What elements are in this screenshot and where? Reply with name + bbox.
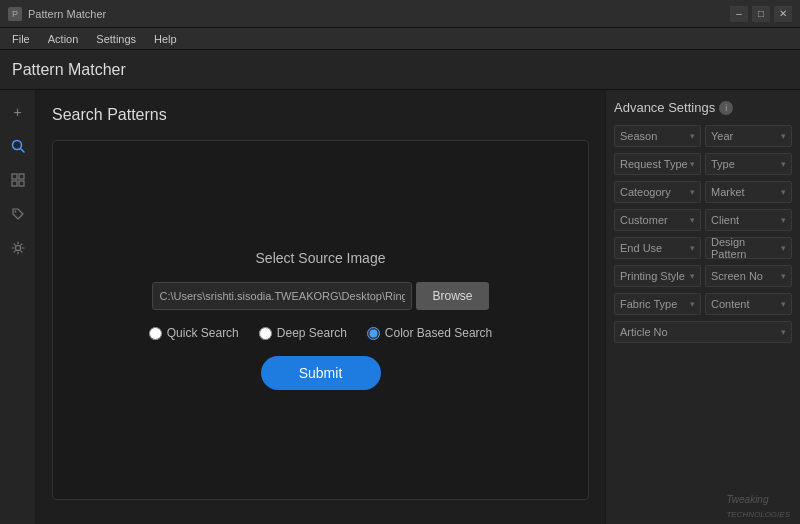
close-button[interactable]: ✕ [774,6,792,22]
quick-search-label: Quick Search [167,326,239,340]
app-title: Pattern Matcher [12,61,126,79]
sidebar-tag-icon[interactable] [4,200,32,228]
menu-action[interactable]: Action [40,31,87,47]
screen-no-chevron: ▾ [781,271,786,281]
sidebar-gear-icon[interactable] [4,234,32,262]
svg-point-6 [14,211,16,213]
sidebar-grid-icon[interactable] [4,166,32,194]
settings-row-fabric-content: Fabric Type ▾ Content ▾ [614,293,792,315]
settings-row-articleno: Article No ▾ [614,321,792,343]
footer-brand: TweakingTECHNOLOGIES [726,494,790,519]
settings-row-requesttype-type: Request Type ▾ Type ▾ [614,153,792,175]
svg-point-7 [15,246,20,251]
sidebar: + [0,90,36,524]
request-type-chevron: ▾ [690,159,695,169]
quick-search-option[interactable]: Quick Search [149,326,239,340]
quick-search-radio[interactable] [149,327,162,340]
client-chevron: ▾ [781,215,786,225]
customer-dropdown[interactable]: Customer ▾ [614,209,701,231]
color-search-label: Color Based Search [385,326,492,340]
svg-line-1 [20,149,24,153]
minimize-button[interactable]: – [730,6,748,22]
article-no-dropdown[interactable]: Article No ▾ [614,321,792,343]
design-pattern-dropdown[interactable]: Design Pattern ▾ [705,237,792,259]
svg-rect-5 [19,181,24,186]
article-no-chevron: ▾ [781,327,786,337]
sidebar-plus-icon[interactable]: + [4,98,32,126]
year-dropdown[interactable]: Year ▾ [705,125,792,147]
market-dropdown[interactable]: Market ▾ [705,181,792,203]
browse-button[interactable]: Browse [416,282,488,310]
advance-settings-title: Advance Settings [614,100,715,115]
market-chevron: ▾ [781,187,786,197]
enduse-dropdown[interactable]: End Use ▾ [614,237,701,259]
deep-search-option[interactable]: Deep Search [259,326,347,340]
type-dropdown[interactable]: Type ▾ [705,153,792,175]
screen-no-dropdown[interactable]: Screen No ▾ [705,265,792,287]
settings-row-printing-screenno: Printing Style ▾ Screen No ▾ [614,265,792,287]
app-header: Pattern Matcher [0,50,800,90]
submit-button[interactable]: Submit [261,356,381,390]
menu-bar: File Action Settings Help [0,28,800,50]
category-chevron: ▾ [690,187,695,197]
customer-chevron: ▾ [690,215,695,225]
color-search-option[interactable]: Color Based Search [367,326,492,340]
season-dropdown[interactable]: Season ▾ [614,125,701,147]
info-icon[interactable]: i [719,101,733,115]
deep-search-radio[interactable] [259,327,272,340]
category-dropdown[interactable]: Cateogory ▾ [614,181,701,203]
radio-row: Quick Search Deep Search Color Based Sea… [149,326,492,340]
menu-settings[interactable]: Settings [88,31,144,47]
menu-help[interactable]: Help [146,31,185,47]
file-path-input[interactable] [152,282,412,310]
client-dropdown[interactable]: Client ▾ [705,209,792,231]
advance-title-row: Advance Settings i [614,100,792,115]
content-area: Search Patterns Select Source Image Brow… [36,90,605,524]
fabric-type-chevron: ▾ [690,299,695,309]
center-box: Select Source Image Browse Quick Search … [52,140,589,500]
content-chevron: ▾ [781,299,786,309]
svg-rect-4 [12,181,17,186]
deep-search-label: Deep Search [277,326,347,340]
settings-row-category-market: Cateogory ▾ Market ▾ [614,181,792,203]
title-bar-controls: – □ ✕ [730,6,792,22]
svg-rect-2 [12,174,17,179]
content-dropdown[interactable]: Content ▾ [705,293,792,315]
request-type-dropdown[interactable]: Request Type ▾ [614,153,701,175]
title-bar-left: P Pattern Matcher [8,7,106,21]
season-chevron: ▾ [690,131,695,141]
main-layout: + [0,90,800,524]
settings-row-enduse-designpattern: End Use ▾ Design Pattern ▾ [614,237,792,259]
footer-brand-container: TweakingTECHNOLOGIES [726,492,790,520]
printing-chevron: ▾ [690,271,695,281]
settings-row-customer-client: Customer ▾ Client ▾ [614,209,792,231]
file-browse-row: Browse [152,282,488,310]
title-bar: P Pattern Matcher – □ ✕ [0,0,800,28]
type-chevron: ▾ [781,159,786,169]
printing-style-dropdown[interactable]: Printing Style ▾ [614,265,701,287]
svg-rect-3 [19,174,24,179]
enduse-chevron: ▾ [690,243,695,253]
maximize-button[interactable]: □ [752,6,770,22]
color-search-radio[interactable] [367,327,380,340]
select-source-label: Select Source Image [256,250,386,266]
design-pattern-chevron: ▾ [781,243,786,253]
fabric-type-dropdown[interactable]: Fabric Type ▾ [614,293,701,315]
title-bar-text: Pattern Matcher [28,8,106,20]
year-chevron: ▾ [781,131,786,141]
panel-title: Search Patterns [52,106,589,124]
settings-row-season-year: Season ▾ Year ▾ [614,125,792,147]
menu-file[interactable]: File [4,31,38,47]
search-patterns-panel: Search Patterns Select Source Image Brow… [36,90,605,524]
app-icon: P [8,7,22,21]
advance-settings-panel: Advance Settings i Season ▾ Year ▾ Reque… [605,90,800,524]
sidebar-search-icon[interactable] [4,132,32,160]
